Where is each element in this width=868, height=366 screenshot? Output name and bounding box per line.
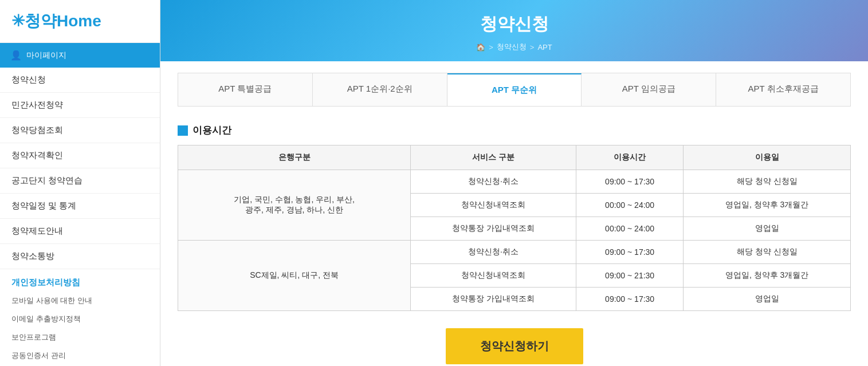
page-header: 청약신청 🏠 > 청약신청 > APT [160,0,868,61]
service-cell: 청약신청·취소 [411,170,576,194]
days-cell: 해당 청약 신청일 [684,241,851,264]
col-days: 이용일 [684,145,851,170]
logo-text: ✳청약Home [11,12,101,30]
breadcrumb-sep2: > [530,43,535,52]
col-service: 서비스 구분 [411,145,576,170]
mypage-button[interactable]: 👤 마이페이지 [0,43,160,68]
breadcrumb-item1: 청약신청 [497,42,527,52]
section-icon [178,125,188,136]
service-cell: 청약통장 가입내역조회 [411,288,576,311]
usage-time-table: 은행구분 서비스 구분 이용시간 이용일 기업, 국민, 수협, 농협, 우리,… [178,145,851,311]
sidebar-item-qualification[interactable]: 청약자격확인 [0,143,160,168]
content-area: APT 특별공급 APT 1순위·2순위 APT 무순위 APT 임의공급 AP… [160,61,868,366]
col-hours: 이용시간 [576,145,683,170]
apply-button[interactable]: 청약신청하기 [446,328,583,364]
mypage-label: 마이페이지 [26,50,66,61]
sidebar-item-practice[interactable]: 공고단지 청약연습 [0,168,160,194]
service-cell: 청약신청·취소 [411,241,576,264]
table-row: SC제일, 씨티, 대구, 전북 청약신청·취소 09:00 ~ 17:30 해… [178,241,851,264]
col-bank: 은행구분 [178,145,411,170]
hours-cell: 09:00 ~ 21:30 [576,264,683,288]
sidebar-sub-mobile[interactable]: 모바일 사용에 대한 안내 [0,292,160,310]
tab-bar: APT 특별공급 APT 1순위·2순위 APT 무순위 APT 임의공급 AP… [178,73,851,107]
tab-cancelled[interactable]: APT 취소후재공급 [716,73,850,106]
days-cell: 영업일 [684,288,851,311]
days-cell: 영업일 [684,217,851,241]
days-cell: 해당 청약 신청일 [684,170,851,194]
privacy-section-title: 개인정보처리방침 [0,269,160,292]
table-row: 기업, 국민, 수협, 농협, 우리, 부산, 광주, 제주, 경남, 하나, … [178,170,851,194]
hours-cell: 00:00 ~ 24:00 [576,194,683,217]
bank-cell-1: 기업, 국민, 수협, 농협, 우리, 부산, 광주, 제주, 경남, 하나, … [178,170,411,241]
tab-arbitrary[interactable]: APT 임의공급 [582,73,716,106]
sidebar-item-private[interactable]: 민간사전청약 [0,93,160,118]
breadcrumb-home-icon: 🏠 [476,43,485,52]
days-cell: 영업일, 청약후 3개월간 [684,194,851,217]
sidebar-item-subscription[interactable]: 청약신청 [0,68,160,93]
sidebar-item-system[interactable]: 청약제도안내 [0,219,160,244]
breadcrumb: 🏠 > 청약신청 > APT [160,42,868,52]
breadcrumb-sep1: > [489,43,493,52]
page-title: 청약신청 [160,13,868,36]
logo-area: ✳청약Home [0,0,160,43]
service-cell: 청약통장 가입내역조회 [411,217,576,241]
sidebar-item-community[interactable]: 청약소통방 [0,244,160,269]
hours-cell: 09:00 ~ 17:30 [576,241,683,264]
sidebar-sub-security[interactable]: 보안프로그램 [0,328,160,347]
bank-cell-2: SC제일, 씨티, 대구, 전북 [178,241,411,311]
hours-cell: 00:00 ~ 24:00 [576,217,683,241]
apply-button-area: 청약신청하기 [178,328,851,364]
section-title-usage: 이용시간 [178,124,851,137]
sidebar-item-winning[interactable]: 청약당첨조회 [0,118,160,143]
sidebar-sub-email[interactable]: 이메일 추출방지정책 [0,310,160,328]
breadcrumb-item2: APT [537,43,552,52]
tab-special[interactable]: APT 특별공급 [178,73,313,106]
table-header-row: 은행구분 서비스 구분 이용시간 이용일 [178,145,851,170]
main-area: 청약신청 🏠 > 청약신청 > APT APT 특별공급 APT 1순위·2순위… [160,0,868,366]
sidebar: ✳청약Home 👤 마이페이지 청약신청 민간사전청약 청약당첨조회 청약자격확… [0,0,160,366]
service-cell: 청약신청내역조회 [411,194,576,217]
hours-cell: 09:00 ~ 17:30 [576,170,683,194]
hours-cell: 09:00 ~ 17:30 [576,288,683,311]
sidebar-sub-cert[interactable]: 공동인증서 관리 [0,347,160,365]
user-icon: 👤 [10,50,22,61]
days-cell: 영업일, 청약후 3개월간 [684,264,851,288]
tab-noorder[interactable]: APT 무순위 [447,73,582,106]
sidebar-item-schedule[interactable]: 청약일정 및 통계 [0,194,160,219]
service-cell: 청약신청내역조회 [411,264,576,288]
tab-priority[interactable]: APT 1순위·2순위 [313,73,447,106]
